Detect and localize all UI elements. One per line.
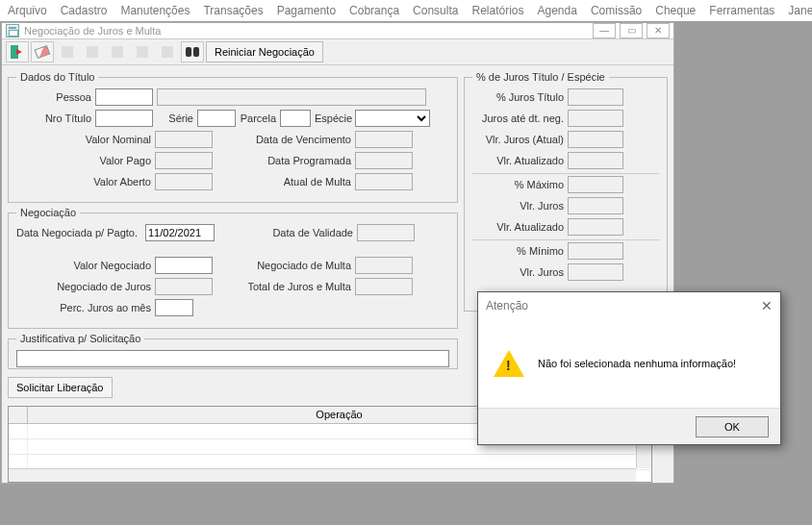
vlr-atu-max-label: Vlr. Atualizado (472, 221, 564, 233)
maximize-button[interactable]: ▭ (620, 23, 643, 38)
vlr-juros-min-label: Vlr. Juros (472, 266, 564, 278)
juros-dt-input (568, 110, 623, 127)
pessoa-id-input[interactable] (95, 88, 153, 106)
legend-juros-especie: % de Juros Título / Espécie (472, 71, 609, 83)
tool-4 (81, 41, 104, 62)
especie-select[interactable] (355, 110, 430, 127)
dialog-ok-button[interactable]: OK (696, 416, 769, 438)
total-jm-label: Total de Juros e Multa (216, 281, 351, 292)
pct-min-label: % Mínimo (472, 245, 564, 257)
vlr-atualizado-label: Vlr. Atualizado (472, 155, 564, 166)
especie-label: Espécie (315, 112, 351, 124)
pct-min-input (568, 242, 623, 260)
search-button[interactable] (181, 41, 204, 62)
window-icon (6, 24, 19, 38)
solicitar-liberacao-button[interactable]: Solicitar Liberação (8, 377, 113, 398)
pct-max-input (568, 176, 623, 193)
vlr-juros-atual-input (568, 131, 623, 148)
data-negociada-input[interactable] (145, 224, 215, 241)
menu-transacoes[interactable]: Transações (203, 4, 263, 17)
vlr-juros-max-label: Vlr. Juros (472, 200, 564, 212)
valor-negociado-input[interactable] (155, 257, 213, 274)
dialog-titlebar[interactable]: Atenção ✕ (478, 292, 780, 319)
menu-arquivo[interactable]: Arquivo (8, 4, 47, 17)
legend-justificativa: Justificativa p/ Solicitação (16, 333, 144, 344)
toolbar: Reiniciar Negociação (2, 39, 673, 65)
justificativa-textarea[interactable] (16, 350, 449, 367)
vlr-atu-max-input (568, 218, 623, 236)
valor-nominal-input (155, 131, 213, 148)
nro-titulo-label: Nro Título (16, 112, 91, 124)
fieldset-negociacao: Negociação Data Negociada p/ Pagto. Data… (8, 207, 458, 329)
data-validade-input (357, 224, 415, 241)
data-validade-label: Data de Validade (218, 227, 353, 238)
serie-label: Série (157, 112, 193, 124)
dialog-close-button[interactable]: ✕ (761, 298, 773, 313)
legend-negociacao: Negociação (16, 207, 80, 218)
juros-dt-label: Juros até dt. neg. (472, 112, 564, 124)
disabled-icon (162, 46, 173, 58)
menu-ferramentas[interactable]: Ferramentas (709, 4, 774, 17)
exit-icon (11, 45, 24, 59)
grid-header-blank (9, 407, 28, 423)
menu-consulta[interactable]: Consulta (413, 4, 458, 17)
eraser-icon (35, 45, 51, 59)
window-titlebar[interactable]: Negociação de Juros e Multa — ▭ ✕ (2, 23, 673, 39)
minimize-button[interactable]: — (593, 23, 616, 38)
clear-button[interactable] (31, 41, 54, 62)
menu-cadastro[interactable]: Cadastro (61, 4, 108, 17)
vlr-atualizado-input (568, 152, 623, 169)
fieldset-juros-especie: % de Juros Título / Espécie % Juros Títu… (464, 71, 668, 312)
valor-aberto-input (155, 173, 213, 190)
neg-multa-input (355, 257, 413, 274)
data-venc-input (355, 131, 413, 148)
neg-multa-label: Negociado de Multa (216, 260, 351, 271)
pct-titulo-label: % Juros Título (472, 91, 564, 103)
close-window-button[interactable]: ✕ (647, 23, 670, 38)
fieldset-dados-titulo: Dados do Título Pessoa Nro Título Série … (8, 71, 458, 203)
valor-nominal-label: Valor Nominal (16, 134, 151, 145)
binoculars-icon (186, 46, 199, 58)
perc-juros-input[interactable] (155, 299, 193, 316)
menu-cheque[interactable]: Cheque (655, 4, 696, 17)
parcela-input[interactable] (280, 110, 311, 127)
nro-titulo-input[interactable] (95, 110, 153, 127)
pct-max-label: % Máximo (472, 179, 564, 190)
pessoa-name-input (157, 88, 426, 106)
total-jm-input (355, 278, 413, 295)
disabled-icon (112, 46, 123, 58)
mdi-area: Negociação de Juros e Multa — ▭ ✕ Reinic… (0, 21, 812, 525)
window-title: Negociação de Juros e Multa (24, 25, 161, 37)
warning-icon (494, 350, 524, 377)
menu-manutencoes[interactable]: Manutenções (120, 4, 190, 17)
vlr-juros-atual-label: Vlr. Juros (Atual) (472, 134, 564, 145)
disabled-icon (87, 46, 98, 58)
parcela-label: Parcela (240, 112, 276, 124)
atual-multa-label: Atual de Multa (216, 176, 351, 188)
menu-comissao[interactable]: Comissão (591, 4, 642, 17)
tool-7 (156, 41, 179, 62)
menu-agenda[interactable]: Agenda (538, 4, 577, 17)
serie-input[interactable] (197, 110, 236, 127)
data-prog-input (355, 152, 413, 169)
data-venc-label: Data de Vencimento (216, 134, 351, 145)
perc-juros-label: Perc. Juros ao mês (16, 302, 151, 313)
menu-pagamento[interactable]: Pagamento (277, 4, 336, 17)
reset-negotiation-button[interactable]: Reiniciar Negociação (206, 41, 323, 62)
vlr-juros-min-input (568, 263, 623, 281)
alert-dialog: Atenção ✕ Não foi selecionada nenhuma in… (477, 291, 781, 445)
main-menubar[interactable]: Arquivo Cadastro Manutenções Transações … (0, 0, 812, 21)
grid-hscrollbar[interactable] (9, 468, 636, 482)
exit-button[interactable] (6, 41, 29, 62)
disabled-icon (62, 46, 73, 58)
fieldset-justificativa: Justificativa p/ Solicitação (8, 333, 458, 369)
neg-juros-label: Negociado de Juros (16, 281, 151, 292)
disabled-icon (137, 46, 148, 58)
data-prog-label: Data Programada (216, 155, 351, 166)
menu-cobranca[interactable]: Cobrança (349, 4, 399, 17)
menu-relatorios[interactable]: Relatórios (471, 4, 523, 17)
valor-negociado-label: Valor Negociado (16, 260, 151, 271)
dialog-message: Não foi selecionada nenhuma informação! (538, 358, 736, 369)
pct-titulo-input (568, 88, 623, 106)
menu-janela[interactable]: Janela (788, 4, 812, 17)
